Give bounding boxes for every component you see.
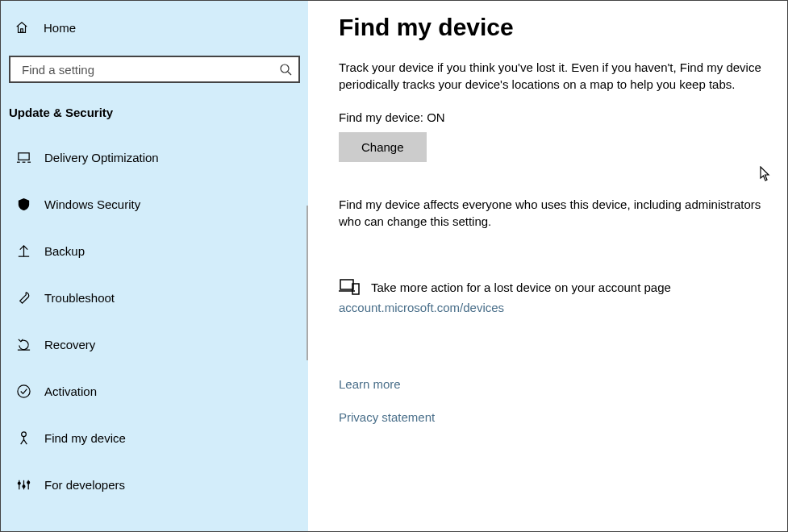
- sidebar-item-troubleshoot[interactable]: Troubleshoot: [1, 274, 308, 321]
- sidebar-item-label: For developers: [44, 478, 125, 492]
- learn-more-link[interactable]: Learn more: [339, 377, 769, 391]
- sidebar-item-for-developers[interactable]: For developers: [1, 461, 308, 508]
- devices-icon: [339, 278, 360, 296]
- privacy-statement-link[interactable]: Privacy statement: [339, 410, 769, 424]
- svg-point-16: [23, 484, 25, 487]
- home-icon: [14, 19, 30, 35]
- sidebar-item-label: Windows Security: [44, 197, 140, 211]
- mouse-cursor: [760, 166, 771, 182]
- svg-point-17: [27, 481, 29, 484]
- sidebar-item-windows-security[interactable]: Windows Security: [1, 181, 308, 227]
- account-link[interactable]: account.microsoft.com/devices: [339, 301, 769, 314]
- sidebar-item-backup[interactable]: Backup: [1, 227, 308, 274]
- shield-icon: [15, 196, 31, 212]
- svg-point-10: [17, 384, 29, 397]
- svg-rect-18: [340, 280, 353, 289]
- sidebar-item-label: Backup: [44, 244, 85, 258]
- wrench-icon: [15, 289, 31, 305]
- sidebar-item-label: Delivery Optimization: [44, 151, 159, 164]
- sidebar-item-delivery-optimization[interactable]: Delivery Optimization: [1, 134, 308, 181]
- sidebar-item-activation[interactable]: Activation: [1, 368, 308, 414]
- main-content: Find my device Track your device if you …: [308, 1, 787, 531]
- sidebar-item-label: Recovery: [44, 338, 95, 351]
- svg-rect-0: [21, 29, 23, 33]
- sidebar-category-header: Update & Security: [1, 83, 308, 134]
- account-action-row: Take more action for a lost device on yo…: [339, 278, 769, 296]
- page-note: Find my device affects everyone who uses…: [339, 196, 769, 230]
- svg-point-15: [18, 482, 20, 484]
- svg-rect-3: [18, 152, 28, 160]
- backup-icon: [15, 243, 31, 259]
- search-input-wrap[interactable]: [9, 56, 300, 83]
- sidebar-item-recovery[interactable]: Recovery: [1, 321, 308, 368]
- svg-point-1: [281, 64, 289, 73]
- change-button[interactable]: Change: [339, 132, 427, 162]
- account-action-text: Take more action for a lost device on yo…: [371, 281, 671, 294]
- sidebar: Home Update & Security: [1, 1, 308, 531]
- find-device-icon: [15, 430, 31, 446]
- page-title: Find my device: [339, 14, 769, 41]
- sidebar-item-find-my-device[interactable]: Find my device: [1, 414, 308, 461]
- nav-home[interactable]: Home: [1, 10, 308, 44]
- svg-point-11: [21, 431, 26, 436]
- page-description: Track your device if you think you've lo…: [339, 59, 769, 93]
- home-label: Home: [44, 21, 76, 35]
- delivery-icon: [15, 149, 31, 165]
- find-my-device-status: Find my device: ON: [339, 110, 769, 124]
- sidebar-item-label: Activation: [44, 384, 97, 398]
- sidebar-item-label: Find my device: [44, 431, 126, 445]
- recovery-icon: [15, 336, 31, 352]
- search-icon: [279, 63, 292, 76]
- sidebar-item-label: Troubleshoot: [44, 291, 115, 305]
- search-input[interactable]: [20, 62, 279, 77]
- svg-line-2: [288, 72, 291, 75]
- developers-icon: [15, 476, 31, 493]
- activation-icon: [15, 383, 31, 399]
